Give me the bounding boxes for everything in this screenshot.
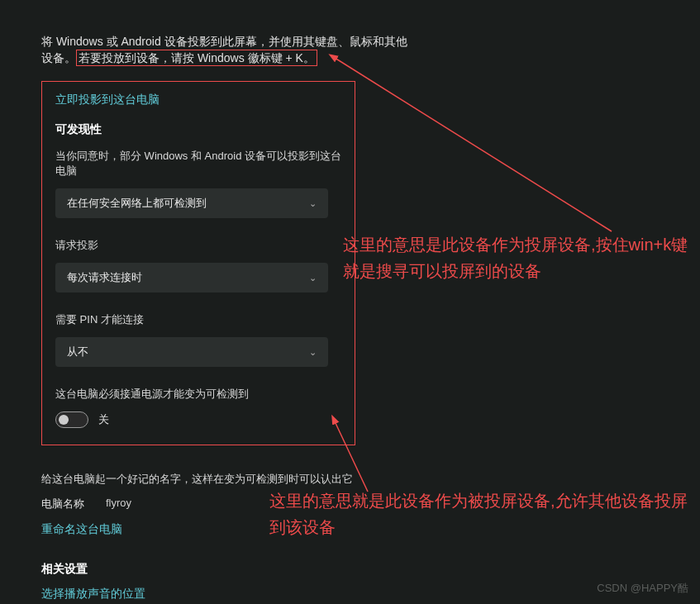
related-settings-title: 相关设置 [41,562,659,577]
chevron-down-icon: ⌄ [309,198,317,209]
request-projection-label: 请求投影 [55,238,341,253]
related-settings-section: 相关设置 选择播放声音的位置 重新排列显示器 [41,562,659,604]
watermark: CSDN @HAPPY酷 [597,581,688,596]
discoverability-dropdown[interactable]: 在任何安全网络上都可检测到 ⌄ [55,188,328,218]
request-projection-dropdown[interactable]: 每次请求连接时 ⌄ [55,263,328,292]
discoverability-title: 可发现性 [55,122,341,137]
discoverability-desc: 当你同意时，部分 Windows 和 Android 设备可以投影到这台电脑 [55,149,341,178]
request-projection-dropdown-value: 每次请求连接时 [67,270,142,285]
require-pin-dropdown-value: 从不 [67,345,88,359]
rename-computer-link[interactable]: 重命名这台电脑 [41,522,122,537]
intro-highlight: 若要投放到设备，请按 Windows 徽标键 + K。 [76,50,317,66]
power-detection-toggle-label: 关 [98,412,109,427]
discoverability-dropdown-value: 在任何安全网络上都可检测到 [67,196,207,211]
intro-text: 将 Windows 或 Android 设备投影到此屏幕，并使用其键盘、鼠标和其… [41,33,659,66]
annotation-text-1: 这里的意思是此设备作为投屏设备,按住win+k键就是搜寻可以投屏到的设备 [343,231,690,284]
chevron-down-icon: ⌄ [309,273,317,283]
power-detection-desc: 这台电脑必须接通电源才能变为可检测到 [55,387,341,402]
naming-desc: 给这台电脑起一个好记的名字，这样在变为可检测到时可以认出它 [41,472,455,487]
annotation-text-2: 这里的意思就是此设备作为被投屏设备,允许其他设备投屏到该设备 [269,487,691,540]
intro-line2-prefix: 设备。 [41,51,76,64]
related-link-sound[interactable]: 选择播放声音的位置 [41,587,659,602]
project-now-link[interactable]: 立即投影到这台电脑 [55,93,160,107]
power-detection-toggle[interactable] [55,411,88,428]
require-pin-label: 需要 PIN 才能连接 [55,312,341,327]
chevron-down-icon: ⌄ [309,347,317,358]
require-pin-dropdown[interactable]: 从不 ⌄ [55,337,328,367]
toggle-knob [59,415,69,425]
annotated-settings-box: 立即投影到这台电脑 可发现性 当你同意时，部分 Windows 和 Androi… [41,81,355,445]
intro-line1: 将 Windows 或 Android 设备投影到此屏幕，并使用其键盘、鼠标和其… [41,33,659,50]
computer-name-label: 电脑名称 [41,497,84,511]
computer-name-value: flyroy [106,497,131,511]
